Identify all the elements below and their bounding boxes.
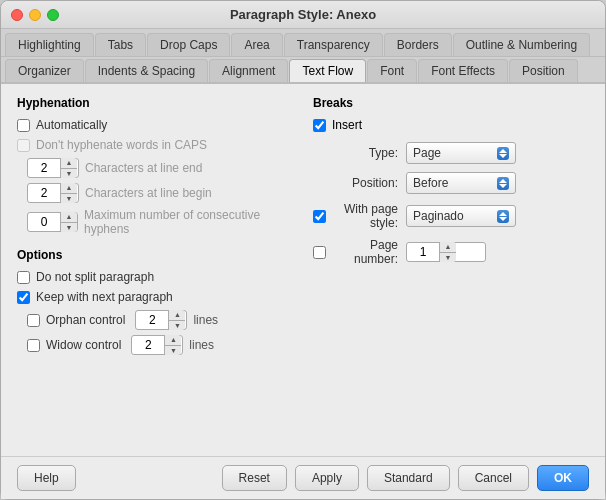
tab-borders[interactable]: Borders	[384, 33, 452, 56]
tab-tabs[interactable]: Tabs	[95, 33, 146, 56]
widow-lines-label: lines	[189, 338, 214, 352]
max-hyphens-row: ▲ ▼ Maximum number of consecutive hyphen…	[17, 208, 293, 236]
reset-button[interactable]: Reset	[222, 465, 287, 491]
position-select[interactable]: Before	[406, 172, 516, 194]
line-begin-up[interactable]: ▲	[61, 183, 77, 194]
position-row: Position: Before	[313, 172, 589, 194]
page-number-down[interactable]: ▼	[440, 253, 456, 263]
line-begin-row: ▲ ▼ Characters at line begin	[17, 183, 293, 203]
minimize-button[interactable]	[29, 9, 41, 21]
tab-highlighting[interactable]: Highlighting	[5, 33, 94, 56]
widow-label: Widow control	[46, 338, 121, 352]
page-number-input[interactable]	[407, 245, 439, 259]
line-end-label: Characters at line end	[85, 161, 202, 175]
page-style-select[interactable]: Paginado	[406, 205, 516, 227]
widow-spinner[interactable]: ▲ ▼	[131, 335, 183, 355]
orphan-down[interactable]: ▼	[169, 321, 185, 331]
maximize-button[interactable]	[47, 9, 59, 21]
line-end-up[interactable]: ▲	[61, 158, 77, 169]
breaks-section: Breaks Insert Type: Page	[313, 96, 589, 360]
page-number-label: Page number:	[332, 238, 398, 266]
page-number-spinner[interactable]: ▲ ▼	[406, 242, 486, 262]
tabs-row1: Highlighting Tabs Drop Caps Area Transpa…	[1, 29, 605, 57]
page-style-checkbox[interactable]	[313, 210, 326, 223]
window: Paragraph Style: Anexo Highlighting Tabs…	[0, 0, 606, 500]
page-style-value: Paginado	[413, 209, 493, 223]
ok-button[interactable]: OK	[537, 465, 589, 491]
page-number-checkbox[interactable]	[313, 246, 326, 259]
no-split-label: Do not split paragraph	[36, 270, 154, 284]
tab-area[interactable]: Area	[231, 33, 282, 56]
auto-hyphenation-row: Automatically	[17, 118, 293, 132]
tab-outline-numbering[interactable]: Outline & Numbering	[453, 33, 590, 56]
tab-alignment[interactable]: Alignment	[209, 59, 288, 82]
line-end-input[interactable]	[28, 161, 60, 175]
window-title: Paragraph Style: Anexo	[230, 7, 376, 22]
widow-down[interactable]: ▼	[165, 346, 181, 356]
max-hyphens-up[interactable]: ▲	[61, 212, 77, 223]
tab-font[interactable]: Font	[367, 59, 417, 82]
tab-drop-caps[interactable]: Drop Caps	[147, 33, 230, 56]
auto-hyphenation-checkbox[interactable]	[17, 119, 30, 132]
position-label: Position:	[313, 176, 398, 190]
orphan-label: Orphan control	[46, 313, 125, 327]
footer: Help Reset Apply Standard Cancel OK	[1, 456, 605, 499]
line-begin-input[interactable]	[28, 186, 60, 200]
tabs-row2: Organizer Indents & Spacing Alignment Te…	[1, 57, 605, 84]
widow-input[interactable]	[132, 338, 164, 352]
orphan-checkbox[interactable]	[27, 314, 40, 327]
orphan-up[interactable]: ▲	[169, 310, 185, 321]
line-end-spinner[interactable]: ▲ ▼	[27, 158, 79, 178]
page-style-arrow[interactable]	[497, 210, 509, 223]
tab-transparency[interactable]: Transparency	[284, 33, 383, 56]
page-style-row: With page style: Paginado	[313, 202, 589, 230]
page-number-row: Page number: ▲ ▼	[313, 238, 589, 266]
close-button[interactable]	[11, 9, 23, 21]
no-caps-label: Don't hyphenate words in CAPS	[36, 138, 207, 152]
position-value: Before	[413, 176, 493, 190]
orphan-input[interactable]	[136, 313, 168, 327]
type-arrow[interactable]	[497, 147, 509, 160]
standard-button[interactable]: Standard	[367, 465, 450, 491]
options-title: Options	[17, 248, 293, 262]
tab-font-effects[interactable]: Font Effects	[418, 59, 508, 82]
orphan-row: Orphan control ▲ ▼ lines	[17, 310, 293, 330]
insert-label: Insert	[332, 118, 362, 132]
type-select[interactable]: Page	[406, 142, 516, 164]
footer-left: Help	[17, 465, 76, 491]
no-caps-checkbox[interactable]	[17, 139, 30, 152]
line-begin-down[interactable]: ▼	[61, 194, 77, 204]
insert-checkbox[interactable]	[313, 119, 326, 132]
page-number-up[interactable]: ▲	[440, 242, 456, 253]
line-end-down[interactable]: ▼	[61, 169, 77, 179]
widow-row: Widow control ▲ ▼ lines	[17, 335, 293, 355]
keep-next-checkbox[interactable]	[17, 291, 30, 304]
apply-button[interactable]: Apply	[295, 465, 359, 491]
max-hyphens-input[interactable]	[28, 215, 60, 229]
line-begin-spinner[interactable]: ▲ ▼	[27, 183, 79, 203]
cancel-button[interactable]: Cancel	[458, 465, 529, 491]
no-split-checkbox[interactable]	[17, 271, 30, 284]
max-hyphens-down[interactable]: ▼	[61, 223, 77, 233]
hyphenation-section: Hyphenation Automatically Don't hyphenat…	[17, 96, 293, 360]
position-arrow[interactable]	[497, 177, 509, 190]
orphan-spinner[interactable]: ▲ ▼	[135, 310, 187, 330]
keep-next-row: Keep with next paragraph	[17, 290, 293, 304]
options-section: Options Do not split paragraph Keep with…	[17, 248, 293, 355]
main-content: Hyphenation Automatically Don't hyphenat…	[1, 84, 605, 456]
page-style-label: With page style:	[332, 202, 398, 230]
insert-row: Insert	[313, 118, 589, 132]
no-split-row: Do not split paragraph	[17, 270, 293, 284]
max-hyphens-label: Maximum number of consecutive hyphens	[84, 208, 293, 236]
titlebar: Paragraph Style: Anexo	[1, 1, 605, 29]
widow-checkbox[interactable]	[27, 339, 40, 352]
auto-hyphenation-label: Automatically	[36, 118, 107, 132]
max-hyphens-spinner[interactable]: ▲ ▼	[27, 212, 78, 232]
tab-text-flow[interactable]: Text Flow	[289, 59, 366, 82]
tab-position[interactable]: Position	[509, 59, 578, 82]
widow-up[interactable]: ▲	[165, 335, 181, 346]
help-button[interactable]: Help	[17, 465, 76, 491]
tab-indents-spacing[interactable]: Indents & Spacing	[85, 59, 208, 82]
tab-organizer[interactable]: Organizer	[5, 59, 84, 82]
line-begin-label: Characters at line begin	[85, 186, 212, 200]
